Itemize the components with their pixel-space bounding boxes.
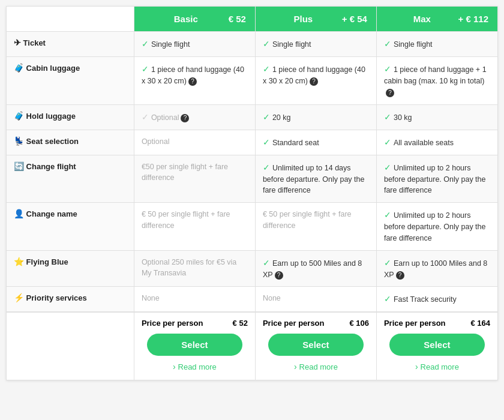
cell-text: Unlimited up to 2 hours before departure… bbox=[384, 164, 486, 195]
price-cell-1: Price per person € 106 Select Read more bbox=[255, 312, 376, 380]
plan-cell-max-priority-services: ✓Fast Track security bbox=[376, 287, 497, 313]
cell-text: € 50 per single flight + fare difference bbox=[142, 210, 230, 230]
header-row: Basic € 52 Plus + € 54 Max + € 112 bbox=[7, 7, 498, 32]
cell-text: 20 kg bbox=[272, 113, 291, 122]
check-icon: ✓ bbox=[263, 137, 270, 147]
feature-label-priority-services: ⚡ Priority services bbox=[7, 287, 134, 313]
feature-label-change-name: 👤 Change name bbox=[7, 203, 134, 251]
header-max: Max + € 112 bbox=[376, 7, 497, 32]
cell-text: None bbox=[142, 294, 160, 302]
help-icon[interactable]: ? bbox=[275, 271, 283, 280]
price-amount: € 106 bbox=[349, 319, 369, 328]
plan-cell-basic-ticket: ✓Single flight bbox=[134, 32, 255, 57]
comparison-table: Basic € 52 Plus + € 54 Max + € 112 ✈ Tic… bbox=[6, 6, 498, 380]
feature-row: 💺 Seat selectionOptional✓Standard seat✓A… bbox=[7, 130, 498, 155]
cell-text: All available seats bbox=[394, 139, 454, 147]
plan-cell-max-cabin-luggage: ✓1 piece of hand luggage + 1 cabin bag (… bbox=[376, 57, 497, 105]
select-button[interactable]: Select bbox=[268, 334, 364, 356]
feature-icon: 💺 bbox=[14, 136, 24, 146]
price-row-label-empty bbox=[7, 312, 134, 380]
feature-label-flying-blue: ⭐ Flying Blue bbox=[7, 250, 134, 287]
plan-cell-plus-hold-luggage: ✓20 kg bbox=[255, 104, 376, 130]
header-plus: Plus + € 54 bbox=[255, 7, 376, 32]
check-icon: ✓ bbox=[384, 210, 391, 220]
check-icon: ✓ bbox=[142, 64, 149, 74]
plan-cell-basic-flying-blue: Optional 250 miles for €5 via My Transav… bbox=[134, 250, 255, 287]
plan-name-max: Max bbox=[413, 14, 431, 24]
price-amount: € 164 bbox=[470, 319, 490, 328]
plan-cell-basic-seat-selection: Optional bbox=[134, 130, 255, 155]
cell-text: €50 per single flight + fare difference bbox=[142, 163, 228, 182]
cell-text: Optional 250 miles for €5 via My Transav… bbox=[142, 258, 236, 278]
plan-cell-plus-seat-selection: ✓Standard seat bbox=[255, 130, 376, 155]
cell-text: Standard seat bbox=[272, 139, 319, 147]
price-per-person-label: Price per person bbox=[384, 319, 446, 328]
cell-text: Fast Track security bbox=[394, 295, 457, 304]
help-icon[interactable]: ? bbox=[396, 271, 404, 280]
plan-cell-plus-change-flight: ✓Unlimited up to 14 days before departur… bbox=[255, 155, 376, 203]
cell-text: 30 kg bbox=[394, 113, 412, 122]
price-per-person-label: Price per person bbox=[263, 319, 325, 328]
check-icon: ✓ bbox=[384, 163, 391, 172]
select-button[interactable]: Select bbox=[389, 334, 485, 356]
price-row: Price per person € 52 Select Read more P… bbox=[7, 312, 498, 380]
plan-cell-plus-flying-blue: ✓Earn up to 500 Miles and 8 XP? bbox=[255, 250, 376, 287]
check-icon: ✓ bbox=[384, 112, 391, 122]
feature-icon: 🔄 bbox=[14, 161, 24, 171]
feature-row: 👤 Change name€ 50 per single flight + fa… bbox=[7, 203, 498, 251]
plan-cell-max-seat-selection: ✓All available seats bbox=[376, 130, 497, 155]
feature-label-seat-selection: 💺 Seat selection bbox=[7, 130, 134, 155]
cell-text: Optional bbox=[142, 137, 170, 146]
read-more-link[interactable]: Read more bbox=[142, 359, 248, 374]
plan-name-basic: Basic bbox=[174, 14, 198, 24]
cell-text: Unlimited up to 14 days before departure… bbox=[263, 164, 365, 195]
check-icon: ✓ bbox=[263, 258, 270, 268]
feature-icon: 🧳 bbox=[14, 63, 24, 73]
plan-cell-max-hold-luggage: ✓30 kg bbox=[376, 104, 497, 130]
help-icon[interactable]: ? bbox=[386, 89, 394, 97]
header-basic: Basic € 52 bbox=[134, 7, 255, 32]
check-icon: ✓ bbox=[384, 294, 391, 304]
feature-row: 🧳 Cabin luggage✓1 piece of hand luggage … bbox=[7, 57, 498, 105]
select-button[interactable]: Select bbox=[147, 334, 242, 356]
cell-text: Unlimited up to 2 hours before departure… bbox=[384, 211, 486, 242]
plan-price-max: + € 112 bbox=[458, 14, 488, 24]
plan-cell-plus-cabin-luggage: ✓1 piece of hand luggage (40 x 30 x 20 c… bbox=[255, 57, 376, 105]
check-icon: ✓ bbox=[263, 64, 270, 74]
feature-row: ⚡ Priority servicesNoneNone✓Fast Track s… bbox=[7, 287, 498, 313]
feature-icon: 👤 bbox=[14, 209, 24, 218]
read-more-link[interactable]: Read more bbox=[263, 359, 369, 374]
feature-row: ⭐ Flying BlueOptional 250 miles for €5 v… bbox=[7, 250, 498, 287]
check-icon: ✓ bbox=[384, 137, 391, 147]
plan-price-plus: + € 54 bbox=[342, 14, 367, 24]
feature-row: ✈ Ticket✓Single flight✓Single flight✓Sin… bbox=[7, 32, 498, 57]
price-cell-0: Price per person € 52 Select Read more bbox=[134, 312, 255, 380]
feature-label-hold-luggage: 🧳 Hold luggage bbox=[7, 104, 134, 130]
cell-text: None bbox=[263, 294, 281, 302]
price-amount: € 52 bbox=[233, 319, 248, 328]
help-icon[interactable]: ? bbox=[310, 77, 318, 86]
cell-text: Optional bbox=[151, 113, 179, 122]
plan-cell-plus-ticket: ✓Single flight bbox=[255, 32, 376, 57]
check-icon: ✓ bbox=[142, 39, 149, 49]
plan-name-plus: Plus bbox=[294, 14, 313, 24]
help-icon[interactable]: ? bbox=[188, 77, 197, 86]
cell-text: Single flight bbox=[394, 40, 433, 49]
plan-price-basic: € 52 bbox=[229, 14, 246, 24]
read-more-link[interactable]: Read more bbox=[384, 359, 490, 374]
feature-icon: 🧳 bbox=[14, 111, 24, 121]
plan-cell-plus-change-name: € 50 per single flight + fare difference bbox=[255, 203, 376, 251]
cell-text: 1 piece of hand luggage + 1 cabin bag (m… bbox=[384, 65, 487, 85]
feature-icon: ⚡ bbox=[14, 293, 24, 302]
feature-icon: ✈ bbox=[14, 38, 21, 47]
feature-row: 🔄 Change flight€50 per single flight + f… bbox=[7, 155, 498, 203]
check-icon: ✓ bbox=[384, 39, 391, 49]
cell-text: Single flight bbox=[151, 40, 190, 49]
feature-icon: ⭐ bbox=[14, 257, 24, 266]
feature-row: 🧳 Hold luggage✓Optional?✓20 kg✓30 kg bbox=[7, 104, 498, 130]
check-icon: ✓ bbox=[384, 258, 391, 268]
check-muted-icon: ✓ bbox=[142, 112, 149, 122]
help-icon[interactable]: ? bbox=[181, 114, 189, 122]
price-cell-2: Price per person € 164 Select Read more bbox=[376, 312, 497, 380]
feature-label-ticket: ✈ Ticket bbox=[7, 32, 134, 57]
